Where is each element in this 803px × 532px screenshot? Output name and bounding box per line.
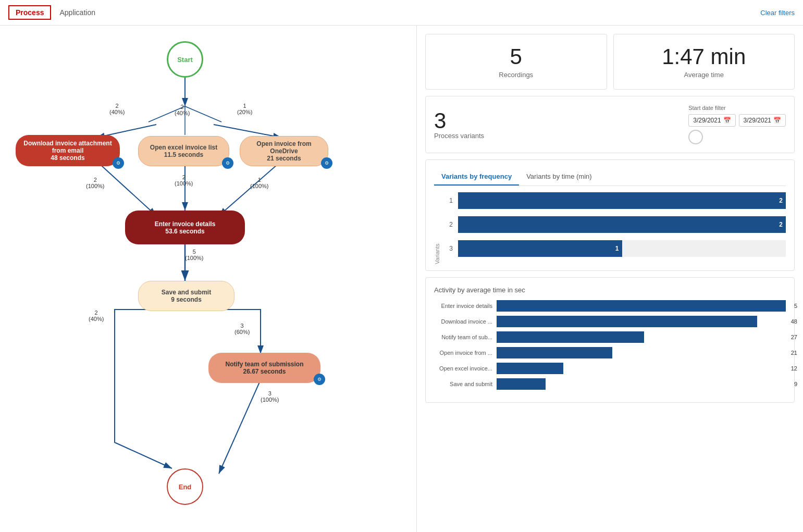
right-panel: 5 Recordings 1:47 min Average time 3 Pro… xyxy=(417,26,803,532)
y-axis-label: Variants xyxy=(434,192,440,264)
connector-notify: ⚙ xyxy=(314,374,325,385)
flow-diagram: Start 2 (40%) 2 (40%) 1 (20%) Download i… xyxy=(0,26,406,526)
stats-row: 5 Recordings 1:47 min Average time xyxy=(425,34,795,90)
edge-label-download-enter: 2 (100%) xyxy=(86,177,104,189)
table-row: 1 2 xyxy=(443,192,786,209)
tab-variants-time[interactable]: Variants by time (min) xyxy=(519,168,599,185)
node-open-onedrive: Open invoice from OneDrive21 seconds xyxy=(240,136,328,166)
variants-bar-chart: Variants 1 2 2 xyxy=(434,192,786,264)
chart-tabs: Variants by frequency Variants by time (… xyxy=(434,168,786,186)
variants-label: Process variants xyxy=(434,132,484,140)
clear-filters-button[interactable]: Clear filters xyxy=(760,9,795,17)
variants-count: 3 xyxy=(434,110,484,132)
app-header: Process Application Clear filters xyxy=(0,0,803,26)
flow-arrows xyxy=(0,26,406,526)
date-from-input[interactable]: 3/29/2021 📅 xyxy=(688,114,735,127)
date-filter-label: Start date filter xyxy=(688,105,786,111)
bar-chart-inner: 1 2 2 2 xyxy=(443,192,786,264)
date-filter: Start date filter 3/29/2021 📅 3/29/2021 … xyxy=(688,105,786,144)
node-end: End xyxy=(167,468,203,505)
tab-process[interactable]: Process xyxy=(8,5,51,20)
svg-line-9 xyxy=(219,380,261,474)
filter-toggle[interactable] xyxy=(688,130,703,144)
calendar-from-icon: 📅 xyxy=(723,117,731,124)
list-item: Open excel invoice... 12 xyxy=(434,363,786,374)
date-to-input[interactable]: 3/29/2021 📅 xyxy=(739,114,786,127)
activity-chart-title: Activity by average time in sec xyxy=(434,286,786,294)
list-item: Download invoice ... 48 xyxy=(434,316,786,327)
node-notify: Notify team of submission26.67 seconds xyxy=(208,353,320,383)
list-item: Enter invoice details 5 xyxy=(434,300,786,312)
edge-label-onedrive-enter: 1 (100%) xyxy=(250,177,268,189)
edge-label-save-notify: 3 (60%) xyxy=(234,323,250,335)
svg-line-12 xyxy=(185,106,221,122)
variants-count-section: 3 Process variants xyxy=(434,110,484,140)
flow-diagram-panel: Start 2 (40%) 2 (40%) 1 (20%) Download i… xyxy=(0,26,417,532)
table-row: 3 1 xyxy=(443,240,786,257)
main-container: Start 2 (40%) 2 (40%) 1 (20%) Download i… xyxy=(0,26,803,532)
recordings-value: 5 xyxy=(434,45,598,69)
edge-label-start-excel: 2 (40%) xyxy=(175,104,190,116)
edge-label-excel-enter: 2 (100%) xyxy=(175,174,193,187)
calendar-to-icon: 📅 xyxy=(773,117,781,124)
svg-line-5 xyxy=(96,161,156,216)
connector-onedrive: ⚙ xyxy=(321,157,332,169)
date-inputs: 3/29/2021 📅 3/29/2021 📅 xyxy=(688,114,786,127)
recordings-label: Recordings xyxy=(434,71,598,79)
edge-label-start-download: 2 (40%) xyxy=(109,103,125,115)
avg-time-card: 1:47 min Average time xyxy=(613,34,795,90)
list-item: Save and submit 9 xyxy=(434,378,786,390)
node-start: Start xyxy=(167,41,203,78)
edge-label-notify-end: 3 (100%) xyxy=(261,390,279,403)
avg-time-label: Average time xyxy=(622,71,786,79)
edge-label-start-onedrive: 1 (20%) xyxy=(237,103,252,115)
connector-excel: ⚙ xyxy=(222,157,233,169)
node-download: Download invoice attachment from email48… xyxy=(16,135,120,166)
edge-label-enter-save: 5 (100%) xyxy=(185,249,203,261)
edge-label-save-end: 2 (40%) xyxy=(89,310,104,322)
list-item: Open invoice from ... 21 xyxy=(434,347,786,358)
node-enter-invoice: Enter invoice details53.6 seconds xyxy=(125,211,245,244)
node-save-submit: Save and submit9 seconds xyxy=(138,281,234,311)
activity-chart-card: Activity by average time in sec Enter in… xyxy=(425,277,795,403)
recordings-card: 5 Recordings xyxy=(425,34,607,90)
node-open-excel: Open excel invoice list11.5 seconds xyxy=(138,136,229,166)
variants-chart-card: Variants by frequency Variants by time (… xyxy=(425,159,795,271)
table-row: 2 2 xyxy=(443,216,786,233)
variants-card: 3 Process variants Start date filter 3/2… xyxy=(425,96,795,153)
connector-download: ⚙ xyxy=(113,157,124,169)
tab-variants-frequency[interactable]: Variants by frequency xyxy=(434,168,519,185)
avg-time-value: 1:47 min xyxy=(622,45,786,69)
tab-application[interactable]: Application xyxy=(51,4,104,21)
list-item: Notify team of sub... 27 xyxy=(434,331,786,343)
